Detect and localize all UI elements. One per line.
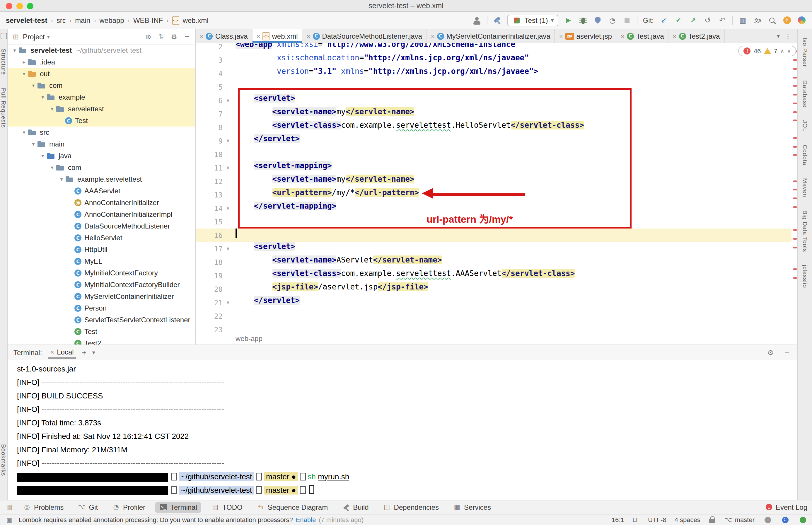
tree-item[interactable]: AnnoContainerInitializer <box>7 197 195 209</box>
editor-tab[interactable]: ×web.xml <box>253 29 303 43</box>
tree-item[interactable]: MyEL <box>7 255 195 267</box>
editor-tab[interactable]: ×DataSourceMethodListener.java <box>303 29 427 43</box>
fold-marker-icon[interactable]: ∧ <box>224 134 232 148</box>
tree-item[interactable]: ▾src <box>7 126 195 138</box>
tool-stripe-button[interactable]: Codota <box>802 145 808 166</box>
event-log-button[interactable]: 1 Event Log <box>766 503 807 511</box>
tree-item[interactable]: MyInitialContextFactoryBuilder <box>7 279 195 290</box>
close-icon[interactable]: × <box>307 32 311 40</box>
terminal-settings-icon[interactable] <box>766 348 775 357</box>
prev-issue-button[interactable]: ∧ <box>780 48 784 54</box>
tree-item[interactable]: HelloServlet <box>7 232 195 244</box>
tool-stripe-button[interactable]: Maven <box>802 178 808 197</box>
editor-tab[interactable]: ×MyServletContainerInitializer.java <box>427 29 555 43</box>
tool-stripe-button[interactable]: Iso Parser <box>802 38 808 67</box>
tab-options-icon[interactable] <box>783 31 793 41</box>
code-line[interactable]: 18 <servlet-name>AServlet</servlet-name> <box>196 255 792 269</box>
code-line[interactable]: 16 <box>196 228 792 242</box>
fold-marker-icon[interactable]: ∨ <box>224 94 232 107</box>
breadcrumb-item[interactable]: src <box>57 16 66 24</box>
tool-window-button-dependencies[interactable]: Dependencies <box>379 502 443 512</box>
breadcrumb-element[interactable]: web-app <box>236 334 262 343</box>
lock-icon[interactable] <box>709 515 716 524</box>
hide-terminal-button[interactable] <box>782 348 792 357</box>
tree-item[interactable]: ▾com <box>7 162 195 174</box>
tree-item[interactable]: AAAServlet <box>7 185 195 197</box>
tree-item[interactable]: ▾example.servelettest <box>7 174 195 185</box>
chevron-down-icon[interactable]: ▾ <box>30 141 37 147</box>
stop-button[interactable] <box>622 16 632 25</box>
tool-window-button-todo[interactable]: TODO <box>207 502 247 512</box>
run-button[interactable] <box>564 16 573 25</box>
layout-icon[interactable] <box>738 16 748 25</box>
chevron-down-icon[interactable]: ▾ <box>47 34 50 40</box>
tool-stripe-button[interactable]: Big Data Tools <box>802 210 808 252</box>
updates-available-icon[interactable] <box>782 16 792 25</box>
new-terminal-button[interactable]: + <box>82 348 86 357</box>
editor-tab[interactable]: ×Test2.java <box>669 29 725 43</box>
tree-item[interactable]: Test <box>7 115 195 126</box>
plugin-logo-icon[interactable] <box>797 16 806 25</box>
tool-stripe-button[interactable]: jclasslib <box>802 265 808 288</box>
user-settings-icon[interactable] <box>472 16 482 25</box>
build-hammer-icon[interactable] <box>493 16 502 25</box>
project-title[interactable]: Project <box>23 32 45 41</box>
close-icon[interactable]: × <box>257 32 260 40</box>
terminal-output[interactable]: st-1.0-sources.jar[INFO] ---------------… <box>7 360 797 500</box>
tree-item[interactable]: Test2 <box>7 338 195 345</box>
tool-window-button-services[interactable]: Services <box>449 502 495 512</box>
tool-window-button-git[interactable]: Git <box>74 502 102 512</box>
git-commit-button[interactable] <box>674 16 683 25</box>
tool-windows-toggle-icon[interactable] <box>5 502 14 512</box>
chevron-down-icon[interactable]: ▾ <box>39 153 46 159</box>
tree-item[interactable]: ▾main <box>7 138 195 150</box>
editor-body[interactable]: 2<web-app xmlns:xsi="http://www.w3.org/2… <box>196 43 797 332</box>
code-line[interactable]: 19 <servlet-class>com.example.servelette… <box>196 269 792 282</box>
tree-item[interactable]: ▾com <box>7 80 195 91</box>
code-line[interactable]: 21∧ </servlet> <box>196 296 792 310</box>
profiler-button[interactable] <box>608 16 617 25</box>
breadcrumb-item[interactable]: webapp <box>100 16 124 24</box>
inspections-widget[interactable]: ! 46 7 ∧ ∨ <box>738 46 796 56</box>
chevron-down-icon[interactable]: ▾ <box>49 106 56 112</box>
chevron-down-icon[interactable]: ▾ <box>30 82 37 89</box>
collapse-all-icon[interactable] <box>156 32 166 41</box>
codota-icon[interactable] <box>780 515 790 524</box>
tree-item[interactable]: MyInitialContextFactory <box>7 267 195 279</box>
editor-breadcrumbs[interactable]: web-app <box>196 332 797 345</box>
close-icon[interactable]: × <box>559 32 563 40</box>
code-line[interactable]: 20 <jsp-file>/aservlet.jsp</jsp-file> <box>196 282 792 296</box>
hidden-tabs-icon[interactable]: ▾ <box>777 33 780 39</box>
git-branch-widget[interactable]: master <box>724 515 755 524</box>
fold-marker-icon[interactable]: ∨ <box>224 161 232 175</box>
translate-icon[interactable] <box>753 16 762 25</box>
next-issue-button[interactable]: ∨ <box>787 48 791 54</box>
tool-window-button-profiler[interactable]: Profiler <box>108 502 149 512</box>
tree-item[interactable]: Person <box>7 302 195 314</box>
debug-button[interactable] <box>578 16 588 25</box>
close-icon[interactable]: × <box>673 32 677 40</box>
tree-item[interactable]: ▸.idea <box>7 56 195 68</box>
tool-stripe-button[interactable]: JOL <box>802 120 808 132</box>
tree-item[interactable]: HttpUtil <box>7 244 195 255</box>
editor-tab[interactable]: ×aservlet.jsp <box>555 29 617 43</box>
close-icon[interactable]: × <box>431 32 435 40</box>
chevron-right-icon[interactable]: ▸ <box>20 59 28 65</box>
tree-item[interactable]: ServletTestServletContextListener <box>7 314 195 326</box>
error-stripe[interactable] <box>793 43 797 332</box>
breadcrumb-item[interactable]: WEB-INF <box>133 16 163 24</box>
tree-item[interactable]: DataSourceMethodListener <box>7 220 195 232</box>
chevron-down-icon[interactable]: ▾ <box>11 47 18 53</box>
chevron-down-icon[interactable]: ▾ <box>58 176 65 182</box>
chevron-down-icon[interactable]: ▾ <box>20 130 28 135</box>
code-line[interactable]: 2<web-app xmlns:xsi="http://www.w3.org/2… <box>196 43 792 53</box>
hide-panel-icon[interactable] <box>182 32 192 41</box>
locate-icon[interactable] <box>144 32 153 41</box>
tool-stripe-button[interactable]: Bookmarks <box>0 445 7 476</box>
coverage-button[interactable] <box>593 16 603 25</box>
gradle-icon[interactable] <box>763 515 772 524</box>
line-separator[interactable]: LF <box>632 516 640 523</box>
terminal-tab-local[interactable]: × Local <box>48 346 76 359</box>
tree-item[interactable]: ▾java <box>7 150 195 162</box>
tool-stripe-button[interactable]: Pull Requests <box>0 88 7 128</box>
